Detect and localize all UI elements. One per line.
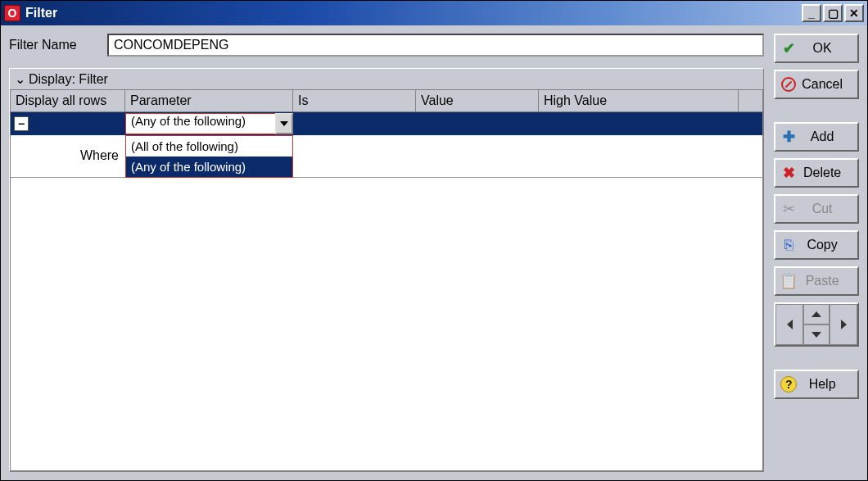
cut-button: ✂ Cut [774,194,859,224]
copy-button[interactable]: ⎘ Copy [774,230,859,260]
combo-dropdown-button[interactable] [275,113,293,134]
add-button[interactable]: ✚ Add [774,122,859,152]
filter-name-label: Filter Name [9,38,107,52]
help-icon: ? [775,376,802,393]
chevron-down-icon [280,121,288,126]
close-icon: ✕ [849,7,859,20]
check-icon: ✔ [775,39,802,57]
window-title: Filter [25,6,57,20]
panel-title[interactable]: ⌄Display: Filter [10,69,763,90]
filter-dialog: O Filter _ ▢ ✕ Filter Name ⌄Display: Fil… [0,0,868,481]
table-row[interactable]: Where (All of the following) (Any of the… [11,135,762,178]
dropdown-option[interactable]: (All of the following) [126,136,292,157]
help-button[interactable]: ? Help [774,370,859,399]
nav-up-button[interactable] [803,304,830,324]
maximize-icon: ▢ [828,7,839,20]
delete-icon: ✖ [775,164,802,182]
table-row[interactable]: − (Any of the following) [11,112,762,135]
col-value[interactable]: Value [416,90,539,111]
close-button[interactable]: ✕ [844,4,864,22]
triangle-up-icon [811,311,821,317]
triangle-right-icon [841,320,847,329]
triangle-left-icon [787,320,793,329]
paste-button: 📋 Paste [774,266,859,296]
app-icon: O [4,5,20,21]
delete-button[interactable]: ✖ Delete [774,158,859,188]
column-headers: Display all rows Parameter Is Value High… [11,90,763,111]
nav-down-button[interactable] [803,324,830,345]
copy-icon: ⎘ [775,237,802,254]
col-is[interactable]: Is [293,90,416,111]
dropdown-option[interactable]: (Any of the following) [126,157,292,177]
plus-icon: ✚ [775,128,802,146]
triangle-down-icon [811,332,821,338]
filter-name-input[interactable] [107,34,764,57]
where-label: Where [11,135,125,178]
paste-icon: 📋 [775,272,802,290]
minimize-icon: _ [808,7,815,20]
chevron-down-icon: ⌄ [15,69,25,90]
parameter-combo[interactable]: (Any of the following) [125,113,293,134]
cancel-icon [775,77,802,92]
scissors-icon: ✂ [775,200,802,218]
titlebar: O Filter _ ▢ ✕ [1,1,867,25]
col-high-value[interactable]: High Value [539,90,739,111]
maximize-button[interactable]: ▢ [823,4,843,22]
nav-right-button[interactable] [830,304,857,345]
col-display-all-rows[interactable]: Display all rows [11,90,125,111]
nav-left-button[interactable] [775,304,803,345]
parameter-combo-value: (Any of the following) [125,113,275,134]
display-panel: ⌄Display: Filter Display all rows Parame… [9,68,764,472]
ok-button[interactable]: ✔ OK [774,34,859,63]
navigation-pad [774,302,859,347]
col-parameter[interactable]: Parameter [125,90,293,111]
collapse-button[interactable]: − [14,116,29,131]
cancel-button[interactable]: Cancel [774,70,859,99]
parameter-dropdown[interactable]: (All of the following) (Any of the follo… [125,135,293,178]
minimize-button[interactable]: _ [802,4,821,22]
